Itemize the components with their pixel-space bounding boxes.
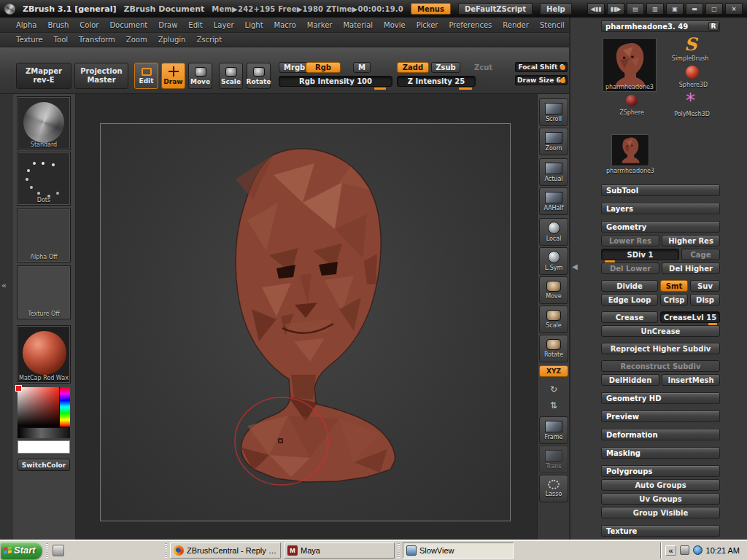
left-tray-collapse-icon[interactable]: «	[1, 281, 7, 290]
minimize-button[interactable]: ▬	[686, 3, 703, 15]
zoom-button[interactable]: Zoom	[539, 128, 568, 155]
saturation-value-square[interactable]	[18, 387, 59, 427]
suv-button[interactable]: Suv	[690, 280, 720, 292]
polymesh3d-icon[interactable]: *	[686, 95, 695, 106]
menu-brush[interactable]: Brush	[47, 21, 69, 29]
rgb-intensity-slider[interactable]: Rgb Intensity 100	[279, 76, 392, 87]
tray-scroll-right-button[interactable]: ▮▮▶	[607, 3, 624, 15]
del-lower-button[interactable]: Del Lower	[601, 262, 659, 274]
task-zbrushcentral[interactable]: ZBrushCentral - Reply to...	[170, 542, 281, 559]
edge-loop-button[interactable]: Edge Loop	[601, 294, 658, 306]
restore-configuration-button[interactable]: R	[708, 22, 719, 31]
tool-palette-header[interactable]: pharmheadone3. 49 R	[601, 20, 720, 32]
spin-icon[interactable]: ↻	[546, 383, 561, 396]
help-button[interactable]: Help	[540, 3, 572, 15]
zsphere-icon[interactable]	[626, 95, 638, 106]
zsub-button[interactable]: Zsub	[431, 62, 460, 73]
menu-layer[interactable]: Layer	[214, 21, 234, 29]
uncrease-button[interactable]: UnCrease	[601, 325, 720, 337]
scale-mode-button[interactable]: Scale	[219, 63, 243, 89]
flip-icon[interactable]: ⇅	[546, 399, 561, 412]
quicklaunch-handle[interactable]	[46, 543, 48, 558]
menu-picker[interactable]: Picker	[417, 21, 438, 29]
current-brush-thumbnail[interactable]: Standard	[18, 97, 70, 149]
menu-movie[interactable]: Movie	[384, 21, 406, 29]
color-picker[interactable]	[18, 387, 70, 438]
edit-mode-button[interactable]: Edit	[134, 63, 158, 89]
default-zscript-button[interactable]: DeFaultZScript	[458, 3, 533, 15]
reconstruct-subdiv-button[interactable]: Reconstruct Subdiv	[601, 360, 720, 372]
simplebrush-label[interactable]: SimpleBrush	[661, 55, 719, 62]
section-layers[interactable]: Layers	[601, 203, 720, 214]
focal-shift-slider[interactable]: Focal Shift 0	[515, 62, 568, 72]
hue-strip[interactable]	[60, 387, 70, 427]
menu-color[interactable]: Color	[80, 21, 98, 29]
layout-left-button[interactable]: ▤	[627, 3, 644, 15]
section-texture[interactable]: Texture	[601, 525, 720, 537]
nav-move-button[interactable]: Move	[539, 276, 568, 304]
section-geometry-hd[interactable]: Geometry HD	[601, 392, 720, 404]
nav-scale-button[interactable]: Scale	[539, 306, 568, 333]
simplebrush-icon[interactable]: S	[684, 34, 697, 55]
section-preview[interactable]: Preview	[601, 411, 720, 422]
task-maya[interactable]: M Maya	[284, 542, 395, 559]
rgb-button[interactable]: Rgb	[306, 62, 341, 73]
insert-mesh-button[interactable]: InsertMesh	[662, 374, 720, 386]
move-mode-button[interactable]: Move	[188, 63, 212, 89]
lower-res-button[interactable]: Lower Res	[601, 235, 659, 246]
polymesh3d-label[interactable]: PolyMesh3D	[664, 111, 720, 117]
zcut-button[interactable]: Zcut	[470, 62, 497, 73]
menu-edit[interactable]: Edit	[188, 21, 202, 29]
recent-tool-thumbnail[interactable]	[611, 134, 649, 166]
local-symmetry-button[interactable]: L.Sym	[539, 247, 568, 275]
scroll-button[interactable]: Scroll	[539, 98, 568, 126]
higher-res-button[interactable]: Higher Res	[662, 235, 720, 246]
current-alpha-thumbnail[interactable]: Alpha Off	[18, 209, 70, 262]
section-geometry[interactable]: Geometry	[601, 221, 720, 233]
local-pivot-button[interactable]: Local	[539, 218, 568, 246]
crease-button[interactable]: Crease	[601, 311, 658, 323]
palette-grid-button[interactable]: ▣	[666, 3, 684, 15]
value-gradient-row[interactable]	[18, 428, 70, 438]
actual-size-button[interactable]: Actual	[539, 158, 568, 186]
hide-icons-chevron[interactable]: «	[665, 545, 676, 556]
right-tray-collapse-icon[interactable]: ◀	[572, 262, 578, 271]
nav-rotate-button[interactable]: Rotate	[539, 335, 568, 362]
zsphere-label[interactable]: ZSphere	[607, 109, 657, 116]
draw-mode-button[interactable]: Draw	[161, 63, 185, 89]
section-deformation[interactable]: Deformation	[601, 429, 720, 440]
menu-zoom[interactable]: Zoom	[126, 36, 147, 44]
current-texture-thumbnail[interactable]: Texture Off	[18, 266, 70, 319]
menu-stencil[interactable]: Stencil	[540, 21, 565, 29]
layout-right-button[interactable]: ▥	[646, 3, 664, 15]
frame-button[interactable]: Frame	[539, 416, 568, 444]
zmapper-button[interactable]: ZMapper rev-E	[16, 63, 71, 89]
rotate-mode-button[interactable]: Rotate	[247, 63, 271, 89]
close-button[interactable]: ×	[725, 3, 743, 15]
sphere3d-label[interactable]: Sphere3D	[667, 82, 720, 88]
group-visible-button[interactable]: Group Visible	[601, 507, 720, 518]
switch-color-button[interactable]: SwitchColor	[18, 459, 70, 471]
z-intensity-slider[interactable]: Z Intensity 25	[397, 76, 476, 87]
menu-transform[interactable]: Transform	[79, 36, 115, 44]
menu-render[interactable]: Render	[503, 21, 529, 29]
crisp-button[interactable]: Crisp	[660, 294, 688, 306]
section-subtool[interactable]: SubTool	[601, 184, 720, 196]
del-hidden-button[interactable]: DelHidden	[601, 374, 659, 386]
network-globe-icon[interactable]	[693, 545, 703, 555]
restore-button[interactable]: □	[705, 3, 723, 15]
document-frame[interactable]	[100, 123, 511, 521]
taskband-handle-2[interactable]	[398, 543, 400, 558]
current-stroke-thumbnail[interactable]: Dots	[18, 152, 70, 205]
smt-button[interactable]: Smt	[660, 280, 688, 292]
tray-app-icon[interactable]	[680, 545, 689, 555]
m-button[interactable]: M	[353, 62, 371, 73]
active-tool-thumbnail[interactable]: pharmheadone3	[603, 38, 657, 92]
menu-document[interactable]: Document	[109, 21, 147, 29]
transpose-button[interactable]: Trans	[539, 446, 568, 473]
menu-alpha[interactable]: Alpha	[16, 21, 36, 29]
menu-material[interactable]: Material	[343, 21, 373, 29]
zadd-button[interactable]: Zadd	[397, 62, 429, 73]
sculpted-head-model[interactable]	[119, 133, 498, 526]
cage-button[interactable]: Cage	[681, 249, 720, 260]
